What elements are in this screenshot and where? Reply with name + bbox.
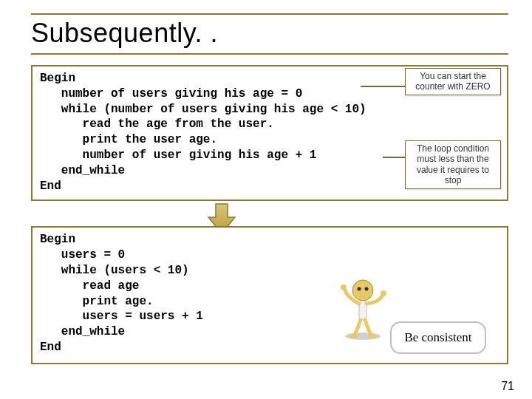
svg-point-5 (341, 284, 347, 290)
mascot-figure (337, 274, 389, 341)
svg-point-2 (358, 287, 361, 290)
svg-point-7 (349, 334, 358, 338)
svg-point-6 (381, 290, 386, 296)
callout-connector-2 (383, 157, 405, 158)
callout-connector-1 (361, 86, 405, 87)
svg-point-1 (352, 280, 373, 301)
svg-point-3 (365, 287, 369, 290)
title-rule: Subsequently. . (31, 13, 508, 55)
pseudocode-box-2: Begin users = 0 while (users < 10) read … (31, 226, 508, 364)
speech-bubble: Be consistent (390, 321, 486, 354)
slide: Subsequently. . Begin number of users gi… (0, 0, 532, 399)
pseudocode-box-1: Begin number of users giving his age = 0… (31, 65, 508, 201)
slide-title: Subsequently. . (31, 18, 508, 49)
callout-zero-counter: You can start the counter with ZERO (405, 68, 501, 95)
page-number: 71 (501, 380, 514, 393)
callout-loop-condition: The loop condition must less than the va… (405, 140, 501, 189)
svg-point-8 (368, 334, 377, 338)
